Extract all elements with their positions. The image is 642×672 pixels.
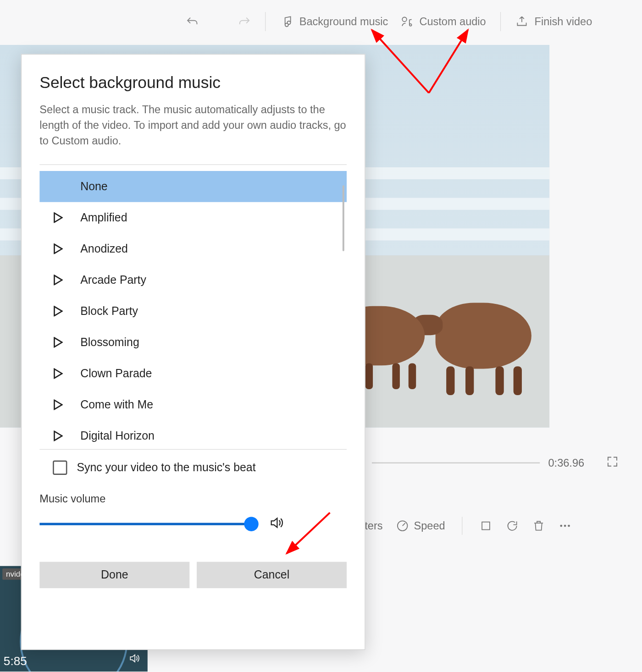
finish-video-label: Finish video <box>535 15 592 28</box>
svg-rect-2 <box>482 522 490 530</box>
svg-point-4 <box>564 525 566 527</box>
timeline-duration: 0:36.96 <box>548 457 585 469</box>
track-name: Anodized <box>80 242 128 256</box>
divider <box>39 165 347 165</box>
rotate-button[interactable] <box>506 519 519 533</box>
track-name: Amplified <box>80 211 127 225</box>
finish-video-button[interactable]: Finish video <box>509 10 598 33</box>
track-row[interactable]: Come with Me <box>39 389 347 420</box>
background-music-label: Background music <box>299 15 388 28</box>
undo-button[interactable] <box>180 10 205 33</box>
sync-beat-checkbox[interactable] <box>53 461 67 475</box>
scrollbar[interactable] <box>343 186 344 252</box>
svg-point-0 <box>402 17 407 22</box>
play-icon[interactable] <box>53 275 64 286</box>
cancel-button[interactable]: Cancel <box>197 562 347 589</box>
custom-audio-button[interactable]: Custom audio <box>394 10 492 33</box>
redo-icon <box>238 15 251 28</box>
track-row[interactable]: Digital Horizon <box>39 420 347 443</box>
clip-duration: 5:85 <box>4 654 27 668</box>
delete-button[interactable] <box>532 519 545 533</box>
background-music-button[interactable]: Background music <box>274 10 394 33</box>
done-button[interactable]: Done <box>39 562 189 589</box>
play-icon[interactable] <box>53 399 64 410</box>
play-icon[interactable] <box>53 306 64 317</box>
track-row[interactable]: Block Party <box>39 296 347 327</box>
music-note-icon <box>280 15 293 28</box>
top-toolbar: Background music Custom audio Finish vid… <box>0 0 642 43</box>
track-row[interactable]: Amplified <box>39 202 347 233</box>
play-icon[interactable] <box>53 243 64 254</box>
crop-icon <box>479 519 493 533</box>
speed-label: Speed <box>414 519 445 532</box>
svg-point-3 <box>560 525 562 527</box>
track-name: Blossoming <box>80 336 139 349</box>
play-icon[interactable] <box>53 431 64 442</box>
track-name: Digital Horizon <box>80 430 155 443</box>
track-name: Block Party <box>80 305 138 318</box>
export-icon <box>515 15 529 28</box>
track-name: Come with Me <box>80 398 153 412</box>
fullscreen-icon[interactable] <box>606 455 619 471</box>
toolbar-divider <box>462 517 462 534</box>
timeline-track[interactable] <box>372 462 540 463</box>
redo-button[interactable] <box>232 10 257 33</box>
track-name: Arcade Party <box>80 274 146 287</box>
dialog-title: Select background music <box>39 74 347 93</box>
dialog-description: Select a music track. The music automati… <box>39 102 347 149</box>
track-row[interactable]: Clown Parade <box>39 358 347 389</box>
track-name: None <box>80 180 107 193</box>
track-list[interactable]: NoneAmplifiedAnodizedArcade PartyBlock P… <box>39 171 347 443</box>
rotate-icon <box>506 519 519 533</box>
more-icon <box>559 519 572 533</box>
sync-beat-label: Sync your video to the music's beat <box>77 461 255 474</box>
track-name: Clown Parade <box>80 367 152 380</box>
undo-icon <box>186 15 199 28</box>
custom-audio-icon <box>400 15 414 28</box>
track-row[interactable]: Anodized <box>39 233 347 264</box>
background-music-dialog: Select background music Select a music t… <box>21 54 365 650</box>
play-icon[interactable] <box>53 368 64 379</box>
volume-label: Music volume <box>39 493 347 506</box>
toolbar-divider <box>265 12 266 31</box>
track-row[interactable]: Blossoming <box>39 327 347 358</box>
speed-button[interactable]: Speed <box>396 519 445 533</box>
play-icon[interactable] <box>53 337 64 348</box>
custom-audio-label: Custom audio <box>419 15 486 28</box>
speed-icon <box>396 519 409 533</box>
track-row[interactable]: None <box>39 171 347 202</box>
sound-icon <box>128 652 140 666</box>
more-button[interactable] <box>559 519 572 533</box>
volume-slider[interactable] <box>39 520 255 528</box>
play-icon[interactable] <box>53 212 64 223</box>
divider <box>39 449 347 450</box>
toolbar-divider <box>500 12 501 31</box>
crop-button[interactable] <box>479 519 493 533</box>
svg-point-5 <box>568 525 570 527</box>
sync-beat-row: Sync your video to the music's beat <box>39 461 347 475</box>
track-row[interactable]: Arcade Party <box>39 264 347 296</box>
volume-max-icon <box>269 515 284 533</box>
trash-icon <box>532 519 545 533</box>
